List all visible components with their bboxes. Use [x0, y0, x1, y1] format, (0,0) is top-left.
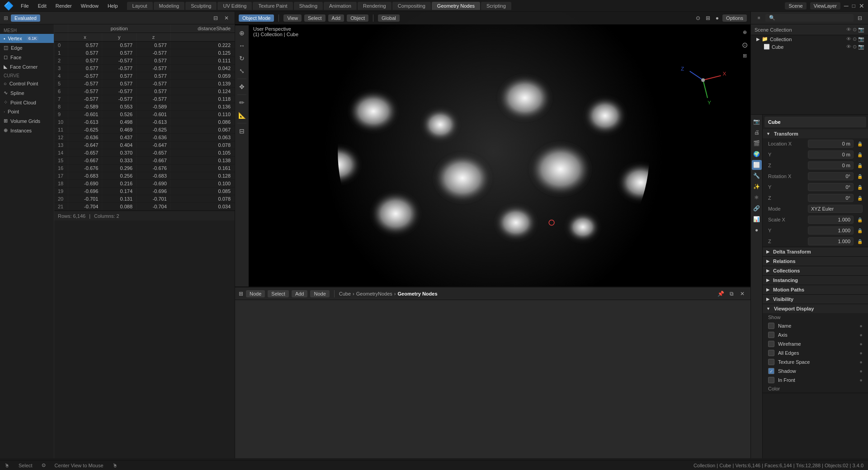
show-wireframe-dot[interactable]: ●	[859, 341, 863, 347]
tab-geometry-nodes[interactable]: Geometry Nodes	[432, 2, 480, 10]
visibility-header[interactable]: ▶ Visibility	[763, 295, 868, 304]
spreadsheet-close-icon[interactable]: ✕	[222, 14, 231, 23]
show-all-edges-checkbox[interactable]	[768, 350, 774, 356]
location-y[interactable]: 0 m	[808, 150, 854, 159]
sidebar-item-control-point[interactable]: ○ Control Point	[0, 79, 54, 88]
cube-sel-icon[interactable]: ⊙	[853, 44, 857, 50]
show-shadow-checkbox[interactable]: ✓	[768, 368, 774, 374]
gn-pin-btn[interactable]: 📌	[716, 289, 725, 298]
sidebar-item-volume-grids[interactable]: ⊞ Volume Grids	[0, 116, 54, 126]
prop-icon-output[interactable]: 🖨	[752, 127, 762, 137]
toolbar-transform[interactable]: ✥	[236, 81, 248, 93]
prop-icon-view[interactable]: 🎬	[752, 138, 762, 148]
delta-transform-header[interactable]: ▶ Delta Transform	[763, 247, 868, 256]
toolbar-add-cube[interactable]: ⊟	[236, 125, 248, 137]
prop-icon-material[interactable]: ●	[752, 225, 762, 235]
gn-node-menu2[interactable]: Node	[310, 290, 329, 297]
scene-selector[interactable]: Scene	[785, 2, 806, 9]
rotation-z[interactable]: 0°	[808, 194, 854, 202]
gn-node-menu[interactable]: Node	[246, 290, 265, 297]
show-in-front-dot[interactable]: ●	[859, 377, 863, 383]
show-axis-dot[interactable]: ●	[859, 332, 863, 338]
sidebar-item-point-cloud[interactable]: ⁘ Point Cloud	[0, 98, 54, 107]
viewport-view-menu[interactable]: View	[283, 14, 302, 22]
gn-clone-btn[interactable]: ⧉	[727, 289, 736, 298]
lock-rz-icon[interactable]: 🔒	[857, 196, 863, 201]
toolbar-scale[interactable]: ⤡	[236, 65, 248, 77]
bc-cube[interactable]: Cube	[339, 291, 351, 296]
rp-icon-1[interactable]: ≡	[755, 14, 764, 23]
gn-add-menu[interactable]: Add	[292, 290, 308, 297]
transform-global[interactable]: Global	[378, 14, 400, 22]
prop-icon-constraints[interactable]: 🔗	[752, 203, 762, 213]
menu-edit[interactable]: Edit	[34, 2, 50, 9]
tab-layout[interactable]: Layout	[127, 2, 153, 10]
viewport-canvas[interactable]: X Y Z	[249, 12, 739, 287]
viewport-3d[interactable]: Object Mode View Select Add Object Globa…	[235, 12, 750, 287]
show-in-front-checkbox[interactable]	[768, 377, 774, 383]
show-wireframe-checkbox[interactable]	[768, 341, 774, 347]
cube-render-icon[interactable]: 📷	[858, 44, 864, 50]
tab-uv-editing[interactable]: UV Editing	[217, 2, 252, 10]
viewport-object-menu[interactable]: Object	[347, 14, 368, 22]
lock-z-icon[interactable]: 🔒	[857, 163, 863, 168]
lock-x-icon[interactable]: 🔒	[857, 141, 863, 146]
spreadsheet-filter-btn[interactable]: Evaluated	[11, 14, 40, 22]
tab-modeling[interactable]: Modeling	[154, 2, 185, 10]
tab-texture-paint[interactable]: Texture Paint	[253, 2, 292, 10]
coll-sel-icon[interactable]: ⊙	[853, 36, 857, 42]
show-all-edges-dot[interactable]: ●	[859, 350, 863, 356]
sidebar-item-face[interactable]: ◻ Face	[0, 52, 54, 62]
sidebar-item-face-corner[interactable]: ◣ Face Corner	[0, 62, 54, 71]
collections-header[interactable]: ▶ Collections	[763, 266, 868, 275]
spreadsheet-filter-icon[interactable]: ⊟	[211, 14, 220, 23]
tab-shading[interactable]: Shading	[294, 2, 323, 10]
prop-icon-data[interactable]: 📊	[752, 214, 762, 224]
scale-z[interactable]: 1.000	[808, 237, 854, 245]
lock-sz-icon[interactable]: 🔒	[857, 239, 863, 244]
toolbar-rotate[interactable]: ↻	[236, 52, 248, 64]
prop-icon-particles[interactable]: ✨	[752, 182, 762, 192]
tab-scripting[interactable]: Scripting	[481, 2, 511, 10]
tab-rendering[interactable]: Rendering	[358, 2, 392, 10]
outliner-render-icon[interactable]: 📷	[858, 27, 864, 33]
scale-y[interactable]: 1.000	[808, 226, 854, 235]
node-graph[interactable]: Group Input Geometry ✓ Set Shade Smooth	[235, 300, 750, 458]
toolbar-cursor[interactable]: ⊕	[236, 27, 248, 39]
cube-vis-icon[interactable]: 👁	[846, 44, 851, 50]
viewlayer-selector[interactable]: ViewLayer	[810, 2, 840, 9]
close-btn[interactable]: ✕	[859, 2, 864, 9]
bc-geom-nodes2[interactable]: Geometry Nodes	[397, 291, 437, 296]
show-name-dot[interactable]: ●	[859, 323, 863, 329]
menu-window[interactable]: Window	[77, 2, 102, 9]
lock-y-icon[interactable]: 🔒	[857, 152, 863, 157]
toolbar-move[interactable]: ↔	[236, 40, 248, 52]
tab-sculpting[interactable]: Sculpting	[185, 2, 217, 10]
rp-search[interactable]: 🔍	[765, 14, 854, 22]
outliner-cube[interactable]: ⬜ Cube 👁 ⊙ 📷	[751, 43, 868, 51]
show-tex-space-dot[interactable]: ●	[859, 359, 863, 365]
prop-icon-object[interactable]: ⬜	[752, 160, 762, 170]
gn-close-btn[interactable]: ✕	[738, 289, 747, 298]
motion-paths-header[interactable]: ▶ Motion Paths	[763, 285, 868, 294]
toolbar-annotate[interactable]: ✏	[236, 97, 248, 108]
show-tex-space-checkbox[interactable]	[768, 359, 774, 365]
minimize-btn[interactable]: ─	[844, 2, 849, 9]
transform-header[interactable]: ▼ Transform	[763, 129, 868, 138]
relations-header[interactable]: ▶ Relations	[763, 257, 868, 266]
viewport-add-menu[interactable]: Add	[328, 14, 344, 22]
nav-orbit[interactable]: ⊙	[740, 40, 750, 50]
tab-animation[interactable]: Animation	[324, 2, 357, 10]
viewport-gizmo-icon[interactable]: ⊞	[704, 14, 712, 22]
sidebar-item-spline[interactable]: ∿ Spline	[0, 88, 54, 98]
menu-help[interactable]: Help	[104, 2, 122, 9]
nav-gizmo-z[interactable]: ⊕	[740, 27, 750, 37]
show-axis-checkbox[interactable]	[768, 332, 774, 338]
sidebar-item-instances[interactable]: ⊕ Instances	[0, 126, 54, 135]
instancing-header[interactable]: ▶ Instancing	[763, 276, 868, 285]
sidebar-item-edge[interactable]: ◫ Edge	[0, 43, 54, 52]
location-z[interactable]: 0 m	[808, 161, 854, 169]
toolbar-measure[interactable]: 📐	[236, 109, 248, 121]
viewport-mode-select[interactable]: Object Mode	[239, 14, 274, 22]
show-shadow-dot[interactable]: ●	[859, 368, 863, 374]
